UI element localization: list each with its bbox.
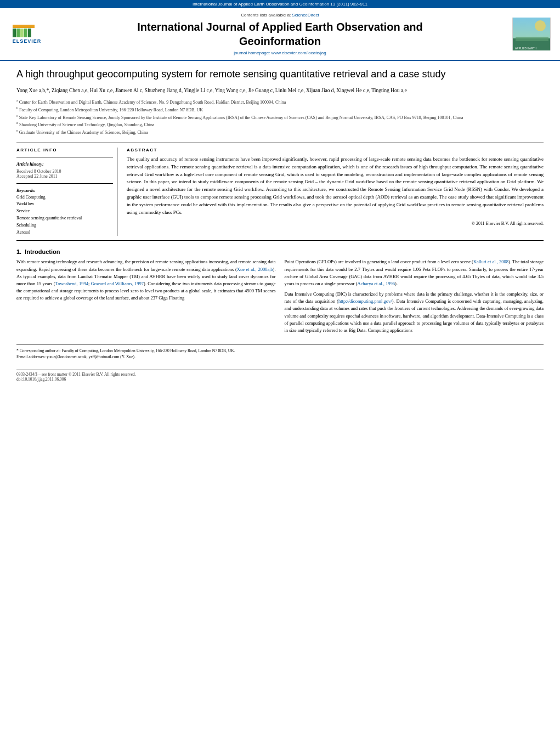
keywords-list: Grid Computing Workflow Service Remote s…: [16, 194, 113, 236]
ref-acharya: Acharya et al., 1996: [357, 281, 395, 286]
footnote-email: E-mail addresses: y.xue@londonmet.ac.uk,…: [16, 354, 544, 360]
abstract-col: ABSTRACT The quality and accuracy of rem…: [127, 148, 544, 236]
journal-homepage: journal homepage: www.elsevier.com/locat…: [50, 50, 510, 55]
logo-graphic: ELSEVIER: [13, 25, 42, 44]
contents-line: Contents lists available at ScienceDirec…: [50, 13, 510, 18]
journal-title-line2: Geoinformation: [239, 35, 321, 47]
top-banner: International Journal of Applied Earth O…: [0, 0, 560, 8]
affiliation-b-text: Faculty of Computing, London Metropolita…: [19, 108, 203, 112]
separator-info: [16, 157, 113, 157]
ref-townshend: Townshend, 1994: [55, 281, 89, 286]
banner-text: International Journal of Applied Earth O…: [193, 2, 367, 7]
logo-stripes: [13, 29, 31, 37]
journal-title-line1: International Journal of Applied Earth O…: [137, 21, 422, 33]
intro-para-1: With remote sensing technology and resea…: [16, 258, 276, 302]
journal-header: ELSEVIER Contents lists available at Sci…: [0, 8, 560, 61]
ref-dicomputing: http://dicomputing.pnnl.gov/: [338, 298, 392, 304]
footnote-corresponding-text: * Corresponding author at: Faculty of Co…: [16, 348, 235, 353]
keyword-4: Remote sensing quantitative retrieval: [16, 215, 113, 222]
ref-goward: Goward and Williams, 1997: [91, 281, 144, 286]
journal-image-right: APPLIED EARTH: [510, 18, 553, 50]
journal-title: International Journal of Applied Earth O…: [50, 20, 510, 48]
article-info-header: ARTICLE INFO: [16, 148, 113, 152]
footnote-corresponding: * Corresponding author at: Faculty of Co…: [16, 348, 544, 354]
journal-center: Contents lists available at ScienceDirec…: [50, 13, 510, 55]
doi-text: doi:10.1016/j.jag.2011.06.006: [16, 377, 544, 382]
intro-title-text: Introduction: [25, 248, 60, 255]
intro-left-col: With remote sensing technology and resea…: [16, 258, 276, 337]
separator-1: [16, 143, 544, 143]
affiliation-a: a Center for Earth Observation and Digit…: [16, 98, 544, 106]
affiliation-c: c State Key Laboratory of Remote Sensing…: [16, 114, 544, 121]
separator-body: [16, 240, 544, 241]
intro-section-num: 1.: [16, 248, 21, 255]
intro-para-3: Data Intensive Computing (DIC) is charac…: [285, 291, 544, 334]
contents-label: Contents lists available at: [241, 13, 291, 18]
logo-stripe-1: [13, 29, 16, 37]
affiliation-b: b Faculty of Computing, London Metropoli…: [16, 106, 544, 114]
svg-point-2: [535, 20, 546, 31]
article-title: A high throughput geocomputing system fo…: [16, 67, 544, 81]
intro-para-2: Point Operations (GFLOPs) are involved i…: [285, 258, 544, 287]
footnote-email-text: E-mail addresses: y.xue@londonmet.ac.uk,…: [16, 354, 135, 359]
intro-title: 1. Introduction: [16, 248, 544, 255]
affiliations: a Center for Earth Observation and Digit…: [16, 98, 544, 135]
issn-text: 0303-2434/$ – see front matter © 2011 El…: [16, 372, 544, 377]
affiliation-c-text: State Key Laboratory of Remote Sensing S…: [19, 115, 463, 120]
keyword-3: Service: [16, 208, 113, 215]
svg-rect-3: [516, 37, 548, 41]
ref-kalluri: Kalluri et al., 2008: [473, 259, 508, 264]
authors-text: Yong Xue a,b,*, Ziqiang Chen a,e, Hui Xu…: [16, 88, 407, 93]
copyright: © 2011 Elsevier B.V. All rights reserved…: [127, 221, 544, 226]
cover-svg: APPLIED EARTH: [513, 18, 550, 50]
affiliation-a-text: Center for Earth Observation and Digital…: [19, 100, 286, 105]
introduction-section: 1. Introduction With remote sensing tech…: [16, 248, 544, 337]
affiliation-d: d Shandong University of Science and Tec…: [16, 121, 544, 128]
intro-body: With remote sensing technology and resea…: [16, 258, 544, 337]
footnotes: * Corresponding author at: Faculty of Co…: [16, 344, 544, 360]
elsevier-logo-left: ELSEVIER: [7, 25, 50, 44]
article-info-abstract: ARTICLE INFO Article history: Received 8…: [16, 148, 544, 236]
abstract-text: The quality and accuracy of remote sensi…: [127, 156, 544, 217]
keyword-1: Grid Computing: [16, 194, 113, 201]
elsevier-label: ELSEVIER: [13, 38, 42, 44]
authors: Yong Xue a,b,*, Ziqiang Chen a,e, Hui Xu…: [16, 87, 544, 95]
history-label: Article history:: [16, 162, 113, 167]
affiliation-e: e Graduate University of the Chinese Aca…: [16, 128, 544, 136]
logo-top-bar: [13, 25, 35, 28]
keyword-2: Workflow: [16, 201, 113, 208]
journal-cover-image: APPLIED EARTH: [512, 18, 551, 50]
keyword-6: Aerosol: [16, 229, 113, 236]
bottom-bar: 0303-2434/$ – see front matter © 2011 El…: [16, 369, 544, 382]
ref-xue-2008: Xue et al., 2008a,b: [237, 267, 273, 272]
homepage-label: journal homepage:: [234, 50, 271, 55]
keyword-5: Scheduling: [16, 222, 113, 229]
abstract-header: ABSTRACT: [127, 148, 544, 152]
affiliation-e-text: Graduate University of the Chinese Acade…: [19, 130, 148, 135]
separator-keywords: [16, 183, 113, 184]
logo-stripe-3: [20, 29, 24, 37]
logo-stripe-2: [16, 29, 20, 37]
svg-text:APPLIED EARTH: APPLIED EARTH: [515, 47, 537, 50]
received-text: Received 8 October 2010: [16, 169, 113, 174]
keywords-label: Keywords:: [16, 188, 113, 193]
logo-stripe-4: [24, 29, 27, 37]
article-info-col: ARTICLE INFO Article history: Received 8…: [16, 148, 118, 236]
logo-stripe-5: [28, 29, 31, 37]
homepage-url[interactable]: www.elsevier.com/locate/jag: [271, 50, 326, 55]
accepted-text: Accepted 22 June 2011: [16, 174, 113, 179]
intro-right-col: Point Operations (GFLOPs) are involved i…: [285, 258, 544, 337]
article-content: A high throughput geocomputing system fo…: [0, 61, 560, 388]
sciencedirect-link[interactable]: ScienceDirect: [292, 13, 319, 18]
affiliation-d-text: Shandong University of Science and Techn…: [19, 122, 155, 127]
